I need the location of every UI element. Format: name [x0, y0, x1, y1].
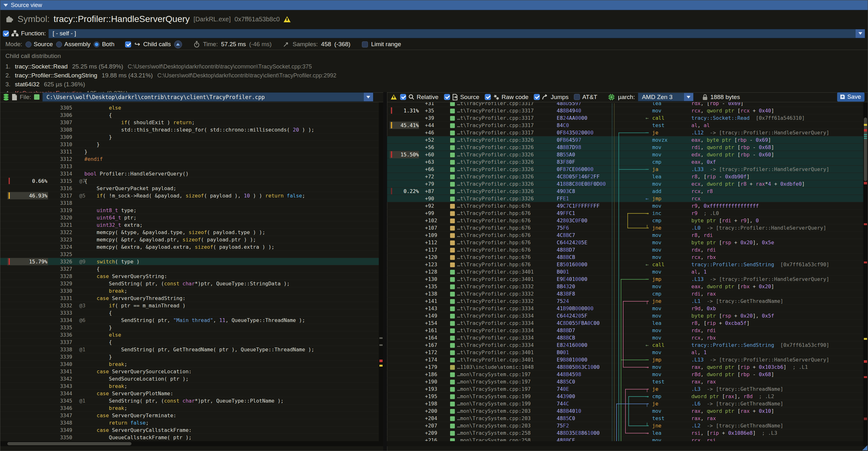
mode-radio-source[interactable]: Source [26, 41, 53, 48]
source-line[interactable]: 3324 memcpy( &extra, &payload.extra, siz… [0, 243, 379, 251]
toggle-raw-code[interactable]: Raw code [485, 94, 529, 101]
asm-row[interactable]: 15.50%+60…t\TracyProfiler.cpp:33268B55A0… [387, 151, 863, 158]
source-line[interactable]: 3325 [0, 251, 379, 258]
source-line[interactable]: 3344 case ServerQueryPlotName: [0, 390, 379, 397]
source-line[interactable]: 3345@1 SendString( ptr, (const char*)ptr… [0, 397, 379, 404]
asm-row[interactable]: +120…t\TracyProfiler.hpp:676488BCBmovrcx… [387, 253, 863, 261]
asm-row[interactable]: +72…t\TracyProfiler.cpp:33264C8D05F146F2… [387, 173, 863, 180]
source-line[interactable]: 3338@1 SendString( ptr, GetThreadName( p… [0, 346, 379, 353]
mode-radio-assembly[interactable]: Assembly [56, 41, 90, 48]
save-button[interactable]: Save [837, 92, 865, 101]
source-line[interactable]: 3341 case ServerQuerySourceLocation: [0, 368, 379, 375]
source-line[interactable]: 3339 } [0, 353, 379, 361]
asm-row[interactable]: +138…t\TracyProfiler.cpp:3332483BF8cmprd… [387, 290, 863, 298]
source-line[interactable]: 3348 return false; [0, 419, 379, 426]
source-line[interactable]: 3337 { [0, 338, 379, 346]
asm-row[interactable]: 1.31%+35…t\TracyProfiler.cpp:3317488B494… [387, 107, 863, 114]
asm-row[interactable]: +112…t\TracyProfiler.hpp:676C64424205Emo… [387, 239, 863, 246]
scrollbar-grip[interactable] [864, 118, 867, 181]
asm-row[interactable]: +39…t\TracyProfiler.cpp:3317E824AA0000←c… [387, 114, 863, 122]
asm-row[interactable]: +167…t\TracyProfiler.cpp:3334E824160000←… [387, 341, 863, 349]
asm-row[interactable]: +154…t\TracyProfiler.cpp:33344C8D055FBA0… [387, 320, 863, 327]
source-line[interactable]: 3331 case ServerQueryThreadString: [0, 295, 379, 302]
chevron-down-icon[interactable] [364, 93, 373, 101]
source-line[interactable]: 3347 case ServerQueryTerminate: [0, 412, 379, 419]
source-line[interactable]: 3320 uint64_t ptr; [0, 214, 379, 221]
source-vertical-scrollbar[interactable] [379, 102, 383, 446]
source-line[interactable]: 3316 ServerQueryPacket payload; [0, 185, 379, 192]
source-line[interactable]: 3329 SendString( ptr, (const char*)ptr, … [0, 280, 379, 287]
asm-row[interactable]: +143…t\TracyProfiler.cpp:333441B90B00000… [387, 305, 863, 312]
asm-row[interactable]: +102…t\TracyProfiler.hpp:67642803C0F00cm… [387, 217, 863, 224]
asm-row[interactable]: +31…t\TracyProfiler.cpp:3317488D5597lear… [387, 102, 863, 107]
source-line[interactable]: 3335 } [0, 324, 379, 331]
asm-row[interactable]: +52…t\TracyProfiler.cpp:33260FB64597movz… [387, 136, 863, 144]
child-call-item[interactable]: 3.stat64i32625 µs (1.36%) [5, 80, 863, 89]
source-line[interactable]: 3346 break; [0, 404, 379, 412]
source-line[interactable]: 3305 else [0, 104, 379, 112]
toggle-relative[interactable]: Relative [400, 94, 439, 101]
asm-row[interactable]: +107…t\TracyProfiler.hpp:67675F6└jne.L0 … [387, 224, 863, 232]
asm-row[interactable]: +190…mon\TracySystem.cpp:1974885C0testra… [387, 378, 863, 385]
source-line[interactable]: 3310 } [0, 141, 379, 148]
march-combo[interactable]: AMD Zen 3 [638, 93, 693, 101]
source-line[interactable]: 3307 if( shouldExit ) return; [0, 119, 379, 126]
source-line[interactable]: 15.79%3326@9 switch( type ) [0, 258, 379, 265]
source-line[interactable]: 3340 break; [0, 361, 379, 368]
source-line[interactable]: 46.93%3317@5 if( !m_sock->Read( &payload… [0, 192, 379, 200]
asm-row[interactable]: +56…t\TracyProfiler.cpp:3326488B7D98movr… [387, 144, 863, 151]
source-line[interactable]: 3323 memcpy( &ptr, &payload.ptr, sizeof(… [0, 236, 379, 243]
asm-row[interactable]: +92…t\TracyProfiler.hpp:67649C7C1FFFFFFF… [387, 202, 863, 210]
toggle-at-t[interactable]: AT&T [574, 94, 597, 101]
file-combo[interactable]: C:\Users\wolf\Desktop\darkrl\contrib\tra… [42, 92, 373, 101]
source-line[interactable]: 0.66%3315@7{ [0, 177, 379, 185]
source-line[interactable]: 3308 std::this_thread::sleep_for( std::c… [0, 126, 379, 133]
collapse-icon[interactable] [3, 4, 8, 7]
asm-row[interactable]: +186…mon\TracySystem.cpp:197448B4598movr… [387, 371, 863, 378]
limit-range-checkbox[interactable] [362, 41, 368, 48]
child-calls-checkbox[interactable] [125, 41, 131, 48]
child-call-item[interactable]: 2.tracy::Profiler::SendLongString19.88 m… [5, 71, 863, 80]
source-line[interactable]: 3327 { [0, 265, 379, 273]
assembly-horizontal-scrollbar[interactable] [387, 441, 863, 446]
source-line[interactable]: 3328 case ServerQueryString: [0, 273, 379, 280]
source-line[interactable]: 3333 { [0, 309, 379, 317]
toggle-jumps[interactable]: Jumps [534, 94, 568, 101]
chevron-down-icon[interactable] [856, 29, 865, 38]
asm-row[interactable]: +109…t\TracyProfiler.hpp:6764C8BC7movr8,… [387, 232, 863, 239]
asm-row[interactable]: 45.41%+44…t\TracyProfiler.cpp:331784C0te… [387, 122, 863, 129]
source-line[interactable]: 3318 [0, 200, 379, 207]
titlebar[interactable]: Source view [0, 0, 868, 10]
source-line[interactable]: 3311} [0, 148, 379, 155]
asm-row[interactable]: +135…t\TracyProfiler.cpp:33328B4320movea… [387, 283, 863, 290]
asm-row[interactable]: +79…t\TracyProfiler.cpp:3326418B8C80E0BF… [387, 180, 863, 188]
asm-row[interactable]: +164…t\TracyProfiler.cpp:3334488BCBmovrc… [387, 334, 863, 341]
asm-row[interactable]: +128…t\TracyProfiler.cpp:3401B001moval, … [387, 268, 863, 275]
asm-row[interactable]: +90…t\TracyProfiler.cpp:3326FFE1←jmprcx [387, 195, 863, 202]
asm-row[interactable]: +99…t\TracyProfiler.hpp:67649FFC1→incr9 … [387, 210, 863, 217]
source-line[interactable]: 3343 break; [0, 383, 379, 390]
source-line[interactable]: 3319 uint8_t type; [0, 207, 379, 214]
function-checkbox[interactable] [3, 31, 9, 37]
source-line[interactable]: 3309 } [0, 133, 379, 141]
asm-row[interactable]: +149…t\TracyProfiler.cpp:3334C64424205Fm… [387, 312, 863, 320]
source-line[interactable]: 3321 uint32_t extra; [0, 221, 379, 229]
chevron-down-icon[interactable] [684, 93, 693, 101]
source-line[interactable]: 3313 [0, 163, 379, 170]
source-line[interactable]: 3332@3 if( ptr == m_mainThread ) [0, 302, 379, 309]
source-line[interactable]: 3342 SendSourceLocation( ptr ); [0, 375, 379, 383]
source-line[interactable]: 3349 case ServerQueryCallstackFrame: [0, 426, 379, 434]
source-line[interactable]: 3322 memcpy( &type, &payload.type, sizeo… [0, 229, 379, 236]
collapse-child-calls-button[interactable] [174, 40, 182, 49]
source-line[interactable]: 3350 QueueCallstackFrame( ptr ); [0, 434, 379, 441]
source-horizontal-scrollbar[interactable] [0, 441, 379, 446]
source-line[interactable]: 3334@6 SendString( ptr, "Main thread", 1… [0, 317, 379, 324]
asm-row[interactable]: +172…t\TracyProfiler.cpp:3401B001moval, … [387, 349, 863, 356]
source-line[interactable]: 3330 break; [0, 287, 379, 295]
asm-row[interactable]: +161…t\TracyProfiler.cpp:3334488BD7movrd… [387, 327, 863, 334]
asm-row[interactable]: +63…t\TracyProfiler.cpp:332683F80Fcmpeax… [387, 158, 863, 166]
scrollbar-grip[interactable] [7, 442, 131, 445]
toggle-source[interactable]: Source [444, 94, 479, 101]
window-resize-grip[interactable] [862, 445, 867, 450]
function-combo[interactable]: [ - self - ] [49, 29, 865, 38]
